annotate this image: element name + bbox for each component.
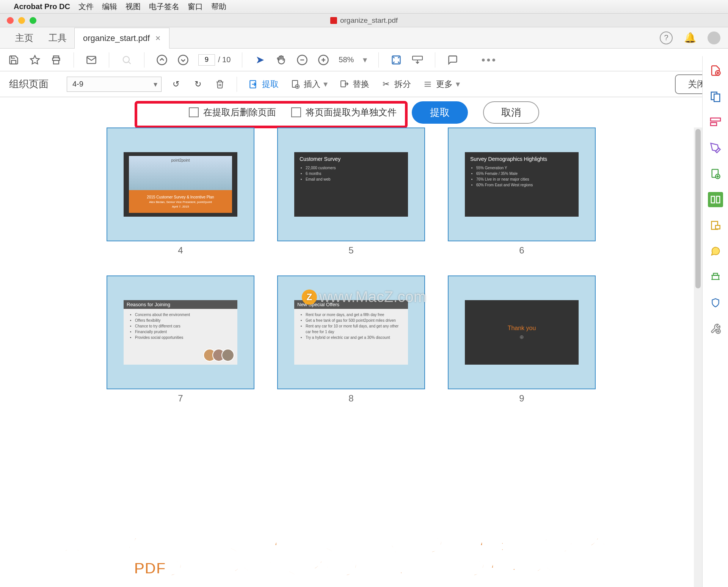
close-tab-icon[interactable]: ✕ (155, 34, 161, 42)
menu-view[interactable]: 视图 (126, 2, 141, 12)
tools-tab[interactable]: 工具 (41, 32, 74, 44)
star-icon[interactable] (29, 54, 41, 66)
menu-edit[interactable]: 编辑 (102, 2, 117, 12)
minimize-window-icon[interactable] (18, 17, 25, 24)
select-tool-icon[interactable]: ➤ (254, 54, 266, 66)
hand-tool-icon[interactable] (275, 54, 287, 66)
page-down-icon[interactable] (177, 54, 189, 66)
page-thumbnail[interactable]: Thank you⊕9 (448, 275, 596, 404)
checkbox-icon (291, 107, 301, 117)
fit-page-icon[interactable] (390, 54, 402, 66)
scrollbar-handle[interactable] (695, 129, 701, 288)
slide-content: New Special OffersRent four or more days… (294, 300, 408, 365)
page-number-label: 9 (448, 393, 596, 404)
zoom-dropdown-icon[interactable]: ▾ (363, 55, 367, 65)
annotation-line1: 未选中「在提取后删除页面」和「将页面提取为单独文件」框；这将生成一个新的 (0, 534, 702, 557)
page-range-select[interactable]: 4-9 ▾ (67, 77, 162, 92)
menu-help[interactable]: 帮助 (211, 2, 226, 12)
svg-rect-38 (716, 196, 720, 203)
sign-icon[interactable] (708, 140, 723, 156)
more-label: 更多 (436, 79, 453, 90)
extract-button[interactable]: 提取 (246, 77, 281, 91)
search-icon[interactable] (121, 54, 133, 66)
app-name[interactable]: Acrobat Pro DC (14, 2, 70, 11)
rotate-right-button[interactable]: ↻ (190, 77, 206, 91)
dropdown-icon: ▾ (154, 80, 157, 89)
rotate-left-button[interactable]: ↺ (168, 77, 184, 91)
slide-content: Customer Survey22,000 customers6 monthsE… (294, 152, 408, 217)
maximize-window-icon[interactable] (30, 17, 36, 24)
keyboard-icon[interactable] (411, 54, 424, 66)
vertical-scrollbar[interactable] (694, 127, 702, 587)
more-dropdown[interactable]: 更多▾ (420, 77, 462, 91)
insert-button[interactable]: 插入▾ (288, 77, 330, 91)
zoom-out-icon[interactable] (296, 54, 308, 66)
svg-rect-31 (711, 118, 720, 121)
account-avatar-icon[interactable] (708, 31, 720, 44)
page-number-label: 7 (107, 393, 254, 404)
document-tabs: 主页 工具 organize_start.pdf ✕ ? 🔔 (0, 27, 728, 49)
extract-as-separate-checkbox[interactable]: 将页面提取为单独文件 (291, 106, 397, 118)
cancel-button[interactable]: 取消 (483, 101, 539, 124)
window-titlebar: organize_start.pdf (0, 14, 728, 27)
annotation-line2: PDF 文件（而不是每页一个新文件），并且原始文档保持不变 (0, 557, 702, 580)
extract-confirm-button[interactable]: 提取 (412, 101, 468, 124)
svg-point-6 (179, 55, 188, 65)
slide-content: point2point2015 Customer Survey & Incent… (124, 152, 237, 217)
svg-marker-0 (30, 55, 39, 64)
page-range-value: 4-9 (72, 80, 83, 88)
more-tools-icon[interactable] (708, 321, 723, 336)
pdf-file-icon (330, 17, 337, 24)
delete-after-extract-checkbox[interactable]: 在提取后删除页面 (189, 106, 276, 118)
help-icon[interactable]: ? (660, 31, 673, 44)
checkbox-icon (189, 107, 199, 117)
create-pdf-icon[interactable] (708, 63, 723, 78)
page-number-input[interactable] (198, 54, 215, 66)
right-tool-rail (702, 56, 728, 587)
page-thumbnail[interactable]: Survey Demographics Highlights55% Genera… (448, 127, 596, 256)
page-thumbnail-grid: point2point2015 Customer Survey & Incent… (0, 127, 702, 587)
comment-tool-icon[interactable] (708, 218, 723, 233)
organize-pages-icon[interactable] (708, 192, 723, 207)
email-icon[interactable] (85, 54, 97, 66)
close-window-icon[interactable] (7, 17, 14, 24)
edit-pdf-icon[interactable] (708, 115, 723, 130)
insert-label: 插入 (304, 79, 320, 90)
menu-file[interactable]: 文件 (78, 2, 94, 12)
page-number: / 10 (198, 54, 231, 66)
menu-esign[interactable]: 电子签名 (149, 2, 179, 12)
svg-rect-13 (413, 56, 422, 60)
svg-rect-32 (711, 123, 717, 126)
menu-window[interactable]: 窗口 (188, 2, 203, 12)
organize-toolbar: 组织页面 4-9 ▾ ↺ ↻ 提取 插入▾ 替换 ✂拆分 更多▾ 关闭 (0, 71, 728, 97)
replace-button[interactable]: 替换 (337, 77, 372, 91)
svg-rect-30 (714, 94, 720, 102)
delete-page-button[interactable] (212, 77, 228, 91)
file-tab[interactable]: organize_start.pdf ✕ (74, 28, 169, 49)
organize-title: 组织页面 (9, 77, 49, 91)
print-icon[interactable] (50, 54, 62, 66)
protect-icon[interactable] (708, 295, 723, 310)
svg-line-4 (129, 62, 130, 64)
page-thumbnail[interactable]: point2point2015 Customer Survey & Incent… (107, 127, 254, 256)
comment-icon[interactable] (447, 54, 459, 66)
page-thumbnail[interactable]: New Special OffersRent four or more days… (277, 275, 425, 404)
export-pdf-icon[interactable] (708, 166, 723, 181)
svg-rect-1 (53, 60, 59, 64)
home-tab[interactable]: 主页 (8, 32, 41, 44)
page-number-label: 5 (277, 245, 425, 256)
zoom-in-icon[interactable] (317, 54, 329, 66)
page-thumbnail[interactable]: Customer Survey22,000 customers6 monthsE… (277, 127, 425, 256)
more-icon[interactable]: ••• (483, 54, 495, 66)
file-tab-label: organize_start.pdf (83, 33, 150, 43)
page-up-icon[interactable] (156, 54, 168, 66)
zoom-value[interactable]: 58% (339, 55, 354, 64)
notification-bell-icon[interactable]: 🔔 (684, 32, 696, 44)
split-button[interactable]: ✂拆分 (378, 77, 413, 91)
combine-files-icon[interactable] (708, 89, 723, 104)
delete-after-label: 在提取后删除页面 (203, 106, 276, 118)
print-production-icon[interactable] (708, 269, 723, 285)
sticky-note-icon[interactable] (708, 244, 723, 259)
page-thumbnail[interactable]: Reasons for JoiningConcerns about the en… (107, 275, 254, 404)
save-icon[interactable] (8, 54, 20, 66)
